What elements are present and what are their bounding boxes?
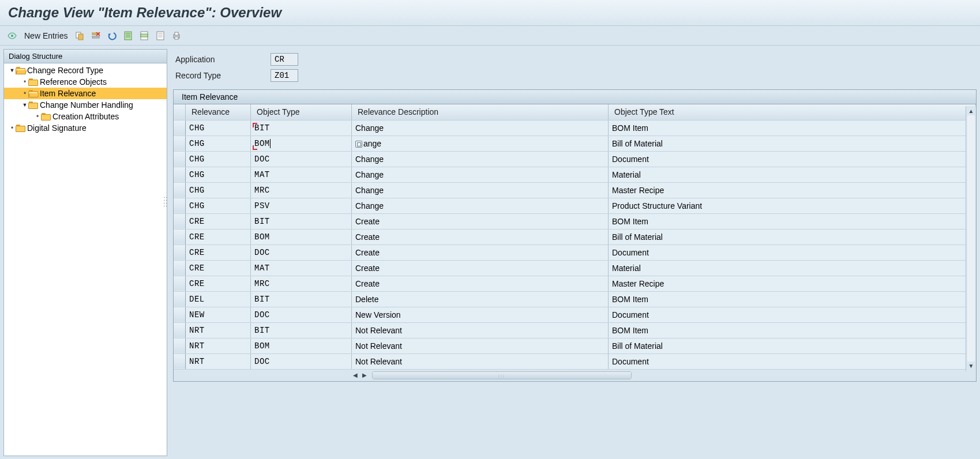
print-icon[interactable]: [170, 29, 183, 42]
cell-relevance-description[interactable]: Change: [352, 198, 609, 213]
cell-relevance-description[interactable]: Change: [352, 151, 609, 167]
cell-relevance[interactable]: CRE: [186, 229, 251, 244]
cell-relevance-description[interactable]: Change: [352, 182, 609, 198]
row-selector[interactable]: [174, 291, 186, 307]
col-header-object-type-text[interactable]: Object Type Text: [609, 104, 976, 120]
tree-node[interactable]: •Item Relevance: [4, 88, 167, 99]
tree-node[interactable]: ▼Change Record Type: [4, 65, 167, 76]
cell-relevance-description[interactable]: ange: [352, 136, 609, 151]
cell-relevance-description[interactable]: Create: [352, 213, 609, 229]
cell-relevance-description[interactable]: Not Relevant: [352, 338, 609, 353]
cell-relevance-description[interactable]: Not Relevant: [352, 353, 609, 369]
row-selector[interactable]: [174, 182, 186, 198]
cell-relevance[interactable]: CHG: [186, 136, 251, 151]
panel-resize-handle[interactable]: ▪▪▪▪▪▪▪▪: [164, 196, 168, 210]
cell-object-type-text[interactable]: BOM Item: [609, 120, 976, 136]
scroll-up-icon[interactable]: ▲: [966, 106, 976, 115]
row-selector[interactable]: [174, 120, 186, 136]
row-selector[interactable]: [174, 353, 186, 369]
cell-relevance[interactable]: DEL: [186, 291, 251, 307]
cell-relevance-description[interactable]: New Version: [352, 307, 609, 322]
cell-object-type[interactable]: DOC: [251, 353, 352, 369]
cell-object-type-text[interactable]: Product Structure Variant: [609, 198, 976, 213]
cell-object-type-text[interactable]: Bill of Material: [609, 229, 976, 244]
cell-relevance-description[interactable]: Create: [352, 229, 609, 244]
row-selector[interactable]: [174, 198, 186, 213]
cell-object-type[interactable]: BIT: [251, 213, 352, 229]
cell-relevance[interactable]: CRE: [186, 276, 251, 291]
select-all-icon[interactable]: [122, 29, 134, 42]
cell-relevance-description[interactable]: Change: [352, 167, 609, 182]
scroll-left-icon[interactable]: ◀: [351, 371, 359, 380]
cell-relevance[interactable]: NRT: [186, 353, 251, 369]
cell-relevance-description[interactable]: Create: [352, 244, 609, 260]
cell-object-type[interactable]: MAT: [251, 260, 352, 276]
cell-object-type[interactable]: PSV: [251, 198, 352, 213]
cell-object-type[interactable]: BIT: [251, 322, 352, 338]
cell-object-type[interactable]: BOM: [251, 229, 352, 244]
row-selector[interactable]: [174, 136, 186, 151]
row-selector[interactable]: [174, 260, 186, 276]
tree-toggle-icon[interactable]: ▼: [21, 99, 28, 111]
cell-object-type-text[interactable]: Material: [609, 167, 976, 182]
cell-relevance[interactable]: CHG: [186, 167, 251, 182]
cell-object-type-text[interactable]: Bill of Material: [609, 136, 976, 151]
col-header-object-type[interactable]: Object Type: [251, 104, 352, 120]
tree-node[interactable]: •Creation Attributes: [4, 111, 167, 122]
tree-node[interactable]: ▼Change Number Handling: [4, 99, 167, 111]
delete-row-icon[interactable]: [89, 29, 102, 42]
row-selector[interactable]: [174, 276, 186, 291]
row-selector[interactable]: [174, 151, 186, 167]
cell-object-type-text[interactable]: BOM Item: [609, 213, 976, 229]
cell-object-type[interactable]: BIT: [251, 291, 352, 307]
cell-relevance[interactable]: CHG: [186, 182, 251, 198]
tree-toggle-icon[interactable]: ▼: [9, 65, 16, 76]
cell-object-type[interactable]: DOC: [251, 151, 352, 167]
cell-object-type[interactable]: BIT: [251, 120, 352, 136]
row-selector[interactable]: [174, 244, 186, 260]
cell-object-type-text[interactable]: BOM Item: [609, 291, 976, 307]
cell-object-type[interactable]: BOM: [251, 338, 352, 353]
horizontal-scrollbar[interactable]: :::: [372, 371, 632, 379]
cell-relevance[interactable]: CHG: [186, 120, 251, 136]
cell-relevance-description[interactable]: Create: [352, 276, 609, 291]
cell-object-type-text[interactable]: Document: [609, 353, 976, 369]
col-header-relevance[interactable]: Relevance: [186, 104, 251, 120]
cell-relevance[interactable]: CRE: [186, 213, 251, 229]
row-selector[interactable]: [174, 229, 186, 244]
cell-relevance[interactable]: CHG: [186, 198, 251, 213]
cell-relevance[interactable]: CRE: [186, 244, 251, 260]
cell-relevance[interactable]: NRT: [186, 322, 251, 338]
row-selector[interactable]: [174, 213, 186, 229]
cell-relevance-description[interactable]: Delete: [352, 291, 609, 307]
cell-object-type-text[interactable]: Material: [609, 260, 976, 276]
cell-object-type-text[interactable]: Master Recipe: [609, 276, 976, 291]
cell-object-type[interactable]: DOC: [251, 244, 352, 260]
cell-object-type-text[interactable]: Master Recipe: [609, 182, 976, 198]
application-field[interactable]: [271, 53, 298, 66]
cell-object-type[interactable]: MRC: [251, 276, 352, 291]
cell-object-type-text[interactable]: BOM Item: [609, 322, 976, 338]
cell-relevance-description[interactable]: Create: [352, 260, 609, 276]
cell-relevance[interactable]: NRT: [186, 338, 251, 353]
cell-relevance[interactable]: CHG: [186, 151, 251, 167]
grid-corner[interactable]: [174, 104, 186, 120]
new-entries-button[interactable]: New Entries: [22, 30, 70, 42]
row-selector[interactable]: [174, 167, 186, 182]
cell-relevance[interactable]: CRE: [186, 260, 251, 276]
value-help-icon[interactable]: [355, 141, 362, 148]
row-selector[interactable]: [174, 338, 186, 353]
undo-icon[interactable]: [106, 29, 118, 42]
cell-object-type-text[interactable]: Document: [609, 307, 976, 322]
cell-object-type[interactable]: BOM: [251, 136, 352, 151]
tree-node[interactable]: •Digital Signature: [4, 122, 167, 134]
copy-icon[interactable]: [73, 29, 86, 42]
cell-object-type-text[interactable]: Bill of Material: [609, 338, 976, 353]
record-type-field[interactable]: [271, 69, 298, 82]
row-selector[interactable]: [174, 307, 186, 322]
scroll-right-icon[interactable]: ▶: [361, 371, 369, 380]
tree-node[interactable]: •Reference Objects: [4, 76, 167, 88]
select-block-icon[interactable]: [138, 29, 151, 42]
cell-relevance-description[interactable]: Not Relevant: [352, 322, 609, 338]
col-header-relevance-description[interactable]: Relevance Description: [352, 104, 609, 120]
